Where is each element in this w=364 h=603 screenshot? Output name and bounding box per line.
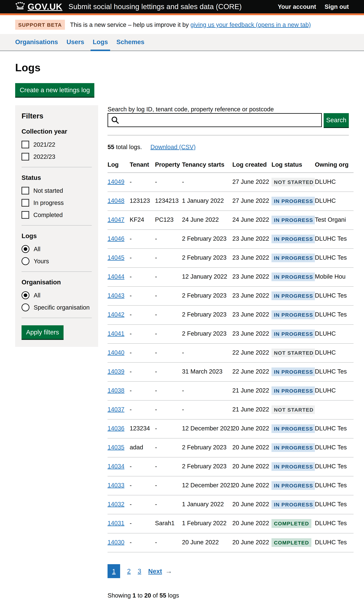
log-id-link[interactable]: 14038	[107, 387, 124, 394]
tab-logs[interactable]: Logs	[93, 34, 108, 50]
status-badge: In progress	[271, 273, 315, 281]
tenant-cell: -	[130, 249, 155, 267]
tenant-cell: KF24	[130, 211, 155, 230]
log-id-link[interactable]: 14035	[107, 444, 124, 451]
filter-group-organisation: Organisation All Specific organisation	[22, 278, 92, 311]
log-id-link[interactable]: 14030	[107, 539, 124, 545]
create-lettings-log-button[interactable]: Create a new lettings log	[15, 83, 94, 97]
pagination-page-3[interactable]: 3	[138, 567, 141, 575]
govuk-header: GOV.UK Submit social housing lettings an…	[0, 0, 364, 15]
log-created-cell: 23 June 2022	[232, 325, 271, 344]
owning-organisation-cell: DLUHC Tes	[315, 514, 353, 533]
log-id-link[interactable]: 14044	[107, 273, 124, 280]
phase-banner: SUPPORT BETA This is a new service – hel…	[0, 15, 364, 34]
results-summary: 55 total logs. Download (CSV)	[107, 143, 349, 151]
tab-schemes[interactable]: Schemes	[117, 34, 144, 50]
checkbox-2021-22[interactable]	[22, 141, 29, 148]
tab-users[interactable]: Users	[66, 34, 84, 50]
log-id-link[interactable]: 14045	[107, 254, 124, 261]
log-id-link[interactable]: 14039	[107, 368, 124, 375]
filter-group-label: Collection year	[22, 128, 92, 136]
log-id-link[interactable]: 14042	[107, 311, 124, 318]
log-id-link[interactable]: 14032	[107, 501, 124, 508]
tenancy-starts-cell: 2 February 2023	[182, 249, 232, 267]
tab-users-link[interactable]: Users	[66, 38, 84, 46]
checkbox-in-progress[interactable]	[22, 199, 29, 207]
log-id-link[interactable]: 14046	[107, 235, 124, 242]
col-header-log: Log	[107, 157, 130, 173]
filter-group-label: Status	[22, 174, 92, 182]
tab-schemes-link[interactable]: Schemes	[117, 38, 144, 46]
tab-organisations-link[interactable]: Organisations	[15, 38, 58, 46]
log-id-link[interactable]: 14043	[107, 292, 124, 299]
feedback-link[interactable]: giving us your feedback (opens in a new …	[190, 21, 311, 28]
property-cell: -	[155, 400, 182, 419]
property-cell: -	[155, 287, 182, 305]
filter-group-collection-year: Collection year 2021/22 2022/23	[22, 128, 92, 161]
property-cell: PC123	[155, 211, 182, 230]
tab-logs-link[interactable]: Logs	[93, 38, 108, 46]
radio-organisation-all[interactable]	[22, 291, 29, 299]
log-created-cell: 22 June 2022	[232, 362, 271, 382]
log-created-cell: 20 June 2022	[232, 533, 271, 552]
tenancy-starts-cell: 1 January 2022	[182, 495, 232, 514]
status-badge: In progress	[271, 197, 315, 205]
log-id-link[interactable]: 14040	[107, 349, 124, 356]
govuk-logo[interactable]: GOV.UK	[15, 1, 62, 12]
table-row: 14038 - - - 21 June 2022 In progress DLU…	[107, 382, 353, 400]
tab-organisations[interactable]: Organisations	[15, 34, 58, 50]
tenant-cell: -	[130, 495, 155, 514]
service-name[interactable]: Submit social housing lettings and sales…	[68, 2, 242, 11]
search-input[interactable]	[107, 113, 322, 127]
radio-specific-organisation[interactable]	[22, 303, 29, 311]
radio-logs-all[interactable]	[22, 245, 29, 253]
tenant-cell: -	[130, 457, 155, 476]
sign-out-link[interactable]: Sign out	[325, 3, 349, 11]
table-row: 14030 - - 20 June 2022 20 June 2022 Comp…	[107, 533, 353, 552]
checkbox-2022-23[interactable]	[22, 153, 29, 161]
checkbox-completed[interactable]	[22, 211, 29, 219]
search-button[interactable]: Search	[324, 113, 349, 127]
log-id-link[interactable]: 14041	[107, 330, 124, 337]
log-created-cell: 20 June 2022	[232, 476, 271, 495]
search-icon	[111, 116, 119, 126]
showing-from: 1	[133, 592, 136, 599]
log-id-link[interactable]: 14031	[107, 520, 124, 526]
showing-to-word: to	[136, 592, 144, 599]
status-badge: Not started	[271, 406, 315, 414]
tenancy-starts-cell: -	[182, 173, 232, 192]
log-id-link[interactable]: 14036	[107, 425, 124, 432]
filter-option: In progress	[22, 199, 92, 207]
tenant-cell: -	[130, 287, 155, 305]
owning-organisation-cell: DLUHC Tes	[315, 457, 353, 476]
pagination-next-link[interactable]: Next	[148, 568, 162, 575]
apply-filters-button[interactable]: Apply filters	[22, 325, 64, 339]
showing-suffix: logs	[166, 592, 179, 599]
your-account-link[interactable]: Your account	[278, 3, 316, 11]
tenancy-starts-cell: 2 February 2023	[182, 230, 232, 249]
phase-banner-message: This is a new service – help us improve …	[70, 21, 190, 28]
table-header-row: Log Tenant Property Tenancy starts Log c…	[107, 157, 353, 173]
log-id-link[interactable]: 14033	[107, 482, 124, 488]
tenancy-starts-cell: -	[182, 344, 232, 362]
logs-table-container: Log Tenant Property Tenancy starts Log c…	[107, 157, 353, 552]
log-id-link[interactable]: 14034	[107, 463, 124, 470]
checkbox-not-started[interactable]	[22, 187, 29, 194]
table-row: 14040 - - - 22 June 2022 Not started DLU…	[107, 344, 353, 362]
pagination-page-1[interactable]: 1	[107, 564, 120, 578]
divider	[22, 167, 92, 167]
table-row: 14032 - - 1 January 2022 20 June 2022 In…	[107, 495, 353, 514]
pagination-page-2[interactable]: 2	[127, 567, 130, 575]
download-csv-link[interactable]: Download (CSV)	[151, 143, 196, 151]
radio-label: Specific organisation	[34, 303, 90, 311]
log-id-link[interactable]: 14047	[107, 216, 124, 223]
status-badge: In progress	[271, 254, 315, 262]
radio-logs-yours[interactable]	[22, 257, 29, 265]
log-id-link[interactable]: 14037	[107, 406, 124, 413]
log-id-link[interactable]: 14049	[107, 178, 124, 185]
owning-organisation-cell: DLUHC	[315, 325, 353, 344]
table-row: 14034 - - 2 February 2023 20 June 2022 I…	[107, 457, 353, 476]
tenant-cell: -	[130, 267, 155, 287]
tenant-cell: -	[130, 230, 155, 249]
log-id-link[interactable]: 14048	[107, 197, 124, 204]
